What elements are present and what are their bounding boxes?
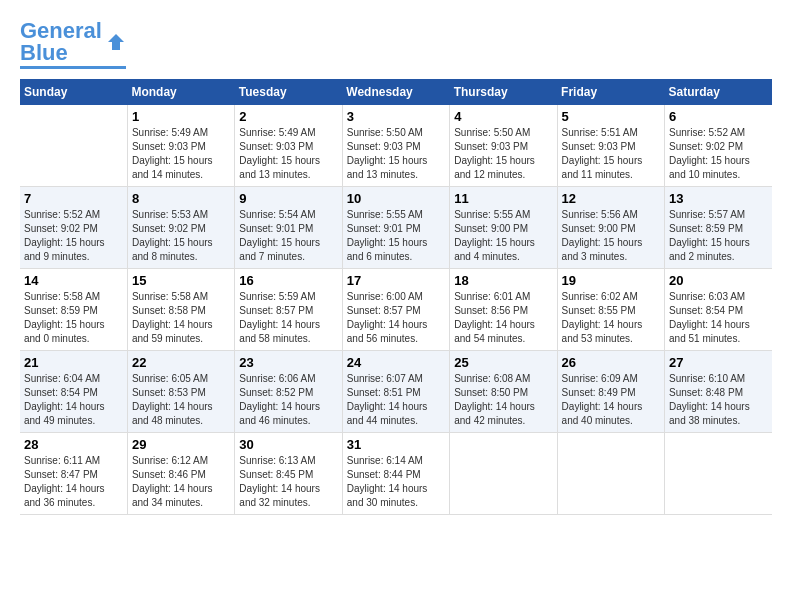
day-number: 30 <box>239 437 337 452</box>
day-number: 7 <box>24 191 123 206</box>
calendar-cell: 11Sunrise: 5:55 AM Sunset: 9:00 PM Dayli… <box>450 187 557 269</box>
day-info: Sunrise: 6:04 AM Sunset: 8:54 PM Dayligh… <box>24 372 123 428</box>
day-info: Sunrise: 6:09 AM Sunset: 8:49 PM Dayligh… <box>562 372 660 428</box>
day-number: 16 <box>239 273 337 288</box>
logo-text: General Blue <box>20 20 102 64</box>
calendar-cell: 18Sunrise: 6:01 AM Sunset: 8:56 PM Dayli… <box>450 269 557 351</box>
svg-marker-0 <box>108 34 124 50</box>
day-info: Sunrise: 5:56 AM Sunset: 9:00 PM Dayligh… <box>562 208 660 264</box>
day-info: Sunrise: 5:58 AM Sunset: 8:59 PM Dayligh… <box>24 290 123 346</box>
day-number: 28 <box>24 437 123 452</box>
week-row-5: 28Sunrise: 6:11 AM Sunset: 8:47 PM Dayli… <box>20 433 772 515</box>
day-info: Sunrise: 5:55 AM Sunset: 9:00 PM Dayligh… <box>454 208 552 264</box>
page-header: General Blue <box>20 20 772 69</box>
calendar-cell: 15Sunrise: 5:58 AM Sunset: 8:58 PM Dayli… <box>127 269 234 351</box>
week-row-4: 21Sunrise: 6:04 AM Sunset: 8:54 PM Dayli… <box>20 351 772 433</box>
calendar-cell: 8Sunrise: 5:53 AM Sunset: 9:02 PM Daylig… <box>127 187 234 269</box>
week-row-3: 14Sunrise: 5:58 AM Sunset: 8:59 PM Dayli… <box>20 269 772 351</box>
calendar-cell <box>20 105 127 187</box>
calendar-cell: 21Sunrise: 6:04 AM Sunset: 8:54 PM Dayli… <box>20 351 127 433</box>
day-info: Sunrise: 5:49 AM Sunset: 9:03 PM Dayligh… <box>132 126 230 182</box>
day-info: Sunrise: 6:06 AM Sunset: 8:52 PM Dayligh… <box>239 372 337 428</box>
header-monday: Monday <box>127 79 234 105</box>
day-info: Sunrise: 6:14 AM Sunset: 8:44 PM Dayligh… <box>347 454 445 510</box>
calendar-cell: 28Sunrise: 6:11 AM Sunset: 8:47 PM Dayli… <box>20 433 127 515</box>
day-info: Sunrise: 6:05 AM Sunset: 8:53 PM Dayligh… <box>132 372 230 428</box>
calendar-cell: 6Sunrise: 5:52 AM Sunset: 9:02 PM Daylig… <box>665 105 772 187</box>
day-number: 25 <box>454 355 552 370</box>
calendar-cell: 5Sunrise: 5:51 AM Sunset: 9:03 PM Daylig… <box>557 105 664 187</box>
calendar-cell: 14Sunrise: 5:58 AM Sunset: 8:59 PM Dayli… <box>20 269 127 351</box>
calendar-cell: 9Sunrise: 5:54 AM Sunset: 9:01 PM Daylig… <box>235 187 342 269</box>
calendar-cell: 27Sunrise: 6:10 AM Sunset: 8:48 PM Dayli… <box>665 351 772 433</box>
calendar-cell <box>665 433 772 515</box>
calendar-cell: 16Sunrise: 5:59 AM Sunset: 8:57 PM Dayli… <box>235 269 342 351</box>
day-info: Sunrise: 5:53 AM Sunset: 9:02 PM Dayligh… <box>132 208 230 264</box>
header-sunday: Sunday <box>20 79 127 105</box>
day-number: 11 <box>454 191 552 206</box>
day-number: 10 <box>347 191 445 206</box>
day-number: 26 <box>562 355 660 370</box>
day-number: 12 <box>562 191 660 206</box>
day-number: 17 <box>347 273 445 288</box>
calendar-cell: 25Sunrise: 6:08 AM Sunset: 8:50 PM Dayli… <box>450 351 557 433</box>
header-wednesday: Wednesday <box>342 79 449 105</box>
day-info: Sunrise: 6:03 AM Sunset: 8:54 PM Dayligh… <box>669 290 768 346</box>
day-number: 23 <box>239 355 337 370</box>
day-info: Sunrise: 5:58 AM Sunset: 8:58 PM Dayligh… <box>132 290 230 346</box>
calendar-cell: 2Sunrise: 5:49 AM Sunset: 9:03 PM Daylig… <box>235 105 342 187</box>
day-number: 13 <box>669 191 768 206</box>
calendar-cell: 24Sunrise: 6:07 AM Sunset: 8:51 PM Dayli… <box>342 351 449 433</box>
calendar-cell: 19Sunrise: 6:02 AM Sunset: 8:55 PM Dayli… <box>557 269 664 351</box>
calendar-cell <box>450 433 557 515</box>
logo: General Blue <box>20 20 126 69</box>
day-info: Sunrise: 5:59 AM Sunset: 8:57 PM Dayligh… <box>239 290 337 346</box>
header-tuesday: Tuesday <box>235 79 342 105</box>
calendar-cell: 17Sunrise: 6:00 AM Sunset: 8:57 PM Dayli… <box>342 269 449 351</box>
calendar-header-row: SundayMondayTuesdayWednesdayThursdayFrid… <box>20 79 772 105</box>
day-info: Sunrise: 5:50 AM Sunset: 9:03 PM Dayligh… <box>454 126 552 182</box>
day-number: 9 <box>239 191 337 206</box>
week-row-1: 1Sunrise: 5:49 AM Sunset: 9:03 PM Daylig… <box>20 105 772 187</box>
day-info: Sunrise: 6:11 AM Sunset: 8:47 PM Dayligh… <box>24 454 123 510</box>
calendar-cell: 30Sunrise: 6:13 AM Sunset: 8:45 PM Dayli… <box>235 433 342 515</box>
day-number: 24 <box>347 355 445 370</box>
day-number: 14 <box>24 273 123 288</box>
day-info: Sunrise: 5:55 AM Sunset: 9:01 PM Dayligh… <box>347 208 445 264</box>
day-number: 2 <box>239 109 337 124</box>
day-info: Sunrise: 5:49 AM Sunset: 9:03 PM Dayligh… <box>239 126 337 182</box>
day-info: Sunrise: 6:00 AM Sunset: 8:57 PM Dayligh… <box>347 290 445 346</box>
day-info: Sunrise: 5:54 AM Sunset: 9:01 PM Dayligh… <box>239 208 337 264</box>
day-info: Sunrise: 5:50 AM Sunset: 9:03 PM Dayligh… <box>347 126 445 182</box>
calendar-cell: 3Sunrise: 5:50 AM Sunset: 9:03 PM Daylig… <box>342 105 449 187</box>
calendar-cell: 23Sunrise: 6:06 AM Sunset: 8:52 PM Dayli… <box>235 351 342 433</box>
day-info: Sunrise: 5:52 AM Sunset: 9:02 PM Dayligh… <box>24 208 123 264</box>
day-number: 15 <box>132 273 230 288</box>
header-friday: Friday <box>557 79 664 105</box>
day-info: Sunrise: 6:13 AM Sunset: 8:45 PM Dayligh… <box>239 454 337 510</box>
calendar-cell: 13Sunrise: 5:57 AM Sunset: 8:59 PM Dayli… <box>665 187 772 269</box>
day-number: 5 <box>562 109 660 124</box>
day-number: 22 <box>132 355 230 370</box>
calendar-cell: 29Sunrise: 6:12 AM Sunset: 8:46 PM Dayli… <box>127 433 234 515</box>
day-number: 1 <box>132 109 230 124</box>
day-info: Sunrise: 6:02 AM Sunset: 8:55 PM Dayligh… <box>562 290 660 346</box>
day-number: 3 <box>347 109 445 124</box>
calendar-cell: 7Sunrise: 5:52 AM Sunset: 9:02 PM Daylig… <box>20 187 127 269</box>
day-info: Sunrise: 6:08 AM Sunset: 8:50 PM Dayligh… <box>454 372 552 428</box>
day-number: 8 <box>132 191 230 206</box>
day-info: Sunrise: 5:51 AM Sunset: 9:03 PM Dayligh… <box>562 126 660 182</box>
calendar-cell: 1Sunrise: 5:49 AM Sunset: 9:03 PM Daylig… <box>127 105 234 187</box>
week-row-2: 7Sunrise: 5:52 AM Sunset: 9:02 PM Daylig… <box>20 187 772 269</box>
calendar-cell: 31Sunrise: 6:14 AM Sunset: 8:44 PM Dayli… <box>342 433 449 515</box>
calendar-cell <box>557 433 664 515</box>
calendar-cell: 10Sunrise: 5:55 AM Sunset: 9:01 PM Dayli… <box>342 187 449 269</box>
logo-icon <box>106 32 126 52</box>
day-info: Sunrise: 5:52 AM Sunset: 9:02 PM Dayligh… <box>669 126 768 182</box>
calendar-cell: 26Sunrise: 6:09 AM Sunset: 8:49 PM Dayli… <box>557 351 664 433</box>
day-info: Sunrise: 6:07 AM Sunset: 8:51 PM Dayligh… <box>347 372 445 428</box>
calendar-cell: 12Sunrise: 5:56 AM Sunset: 9:00 PM Dayli… <box>557 187 664 269</box>
calendar-cell: 4Sunrise: 5:50 AM Sunset: 9:03 PM Daylig… <box>450 105 557 187</box>
day-number: 18 <box>454 273 552 288</box>
header-saturday: Saturday <box>665 79 772 105</box>
